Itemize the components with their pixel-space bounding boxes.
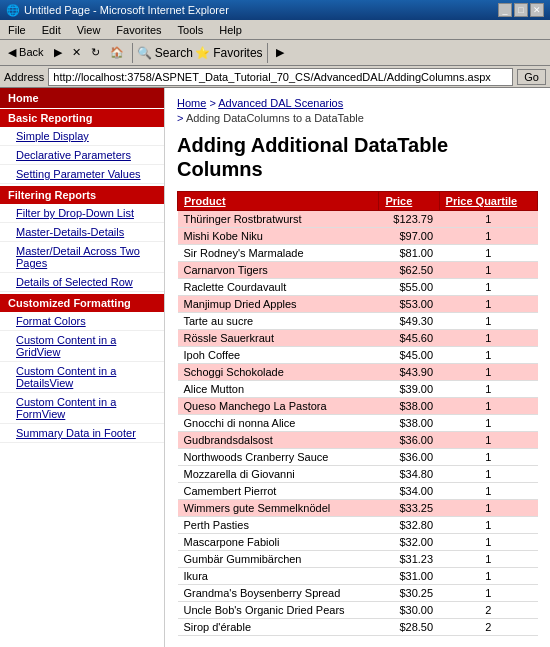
cell-product: Rössle Sauerkraut xyxy=(178,329,379,346)
cell-product: Gudbrandsdalsost xyxy=(178,431,379,448)
cell-product: Schoggi Schokolade xyxy=(178,363,379,380)
cell-product: Ikura xyxy=(178,567,379,584)
table-row: Ikura$31.001 xyxy=(178,567,538,584)
table-row: Raclette Courdavault$55.001 xyxy=(178,278,538,295)
cell-price: $31.23 xyxy=(379,550,439,567)
breadcrumb-section[interactable]: Advanced DAL Scenarios xyxy=(218,97,343,109)
table-row: Sirop d'érable$28.502 xyxy=(178,618,538,635)
sidebar-home[interactable]: Home xyxy=(0,88,164,108)
sidebar-section-customized-formatting: Customized Formatting xyxy=(0,294,164,312)
cell-price: $32.80 xyxy=(379,516,439,533)
cell-quartile: 1 xyxy=(439,584,537,601)
table-row: Northwoods Cranberry Sauce$36.001 xyxy=(178,448,538,465)
sidebar-item-master-details[interactable]: Master-Details-Details xyxy=(0,223,164,242)
menu-file[interactable]: File xyxy=(4,23,30,37)
cell-price: $55.00 xyxy=(379,278,439,295)
table-row: Schoggi Schokolade$43.901 xyxy=(178,363,538,380)
cell-price: $45.00 xyxy=(379,346,439,363)
cell-quartile: 2 xyxy=(439,601,537,618)
table-row: Thüringer Rostbratwurst$123.791 xyxy=(178,210,538,227)
table-row: Wimmers gute Semmelknödel$33.251 xyxy=(178,499,538,516)
cell-price: $97.00 xyxy=(379,227,439,244)
close-button[interactable]: ✕ xyxy=(530,3,544,17)
address-input[interactable] xyxy=(48,68,513,86)
menu-tools[interactable]: Tools xyxy=(174,23,208,37)
cell-price: $123.79 xyxy=(379,210,439,227)
cell-product: Perth Pasties xyxy=(178,516,379,533)
table-row: Camembert Pierrot$34.001 xyxy=(178,482,538,499)
menu-favorites[interactable]: Favorites xyxy=(112,23,165,37)
back-button[interactable]: ◀ Back xyxy=(4,44,48,61)
cell-product: Ipoh Coffee xyxy=(178,346,379,363)
cell-price: $45.60 xyxy=(379,329,439,346)
cell-price: $38.00 xyxy=(379,414,439,431)
sidebar-item-simple-display[interactable]: Simple Display xyxy=(0,127,164,146)
separator-2 xyxy=(267,43,268,63)
cell-quartile: 1 xyxy=(439,295,537,312)
sidebar-item-declarative-parameters[interactable]: Declarative Parameters xyxy=(0,146,164,165)
sidebar: Home Basic Reporting Simple Display Decl… xyxy=(0,88,165,647)
content-area: Home > Advanced DAL Scenarios > Adding D… xyxy=(165,88,550,647)
cell-quartile: 1 xyxy=(439,499,537,516)
sidebar-item-setting-parameter-values[interactable]: Setting Parameter Values xyxy=(0,165,164,184)
sidebar-item-filter-by-dropdown[interactable]: Filter by Drop-Down List xyxy=(0,204,164,223)
forward-button[interactable]: ▶ xyxy=(50,44,66,61)
cell-price: $43.90 xyxy=(379,363,439,380)
col-header-product[interactable]: Product xyxy=(178,191,379,210)
sidebar-item-details-selected-row[interactable]: Details of Selected Row xyxy=(0,273,164,292)
cell-quartile: 1 xyxy=(439,329,537,346)
table-row: Mascarpone Fabioli$32.001 xyxy=(178,533,538,550)
sidebar-item-custom-content-detailsview[interactable]: Custom Content in a DetailsView xyxy=(0,362,164,393)
table-row: Grandma's Boysenberry Spread$30.251 xyxy=(178,584,538,601)
cell-price: $38.00 xyxy=(379,397,439,414)
window-title: Untitled Page - Microsoft Internet Explo… xyxy=(24,4,229,16)
separator-1 xyxy=(132,43,133,63)
minimize-button[interactable]: _ xyxy=(498,3,512,17)
menu-edit[interactable]: Edit xyxy=(38,23,65,37)
col-header-quartile[interactable]: Price Quartile xyxy=(439,191,537,210)
menu-bar: File Edit View Favorites Tools Help xyxy=(0,20,550,40)
cell-quartile: 1 xyxy=(439,431,537,448)
sidebar-item-custom-content-gridview[interactable]: Custom Content in a GridView xyxy=(0,331,164,362)
cell-price: $34.80 xyxy=(379,465,439,482)
cell-price: $53.00 xyxy=(379,295,439,312)
cell-price: $34.00 xyxy=(379,482,439,499)
cell-price: $31.00 xyxy=(379,567,439,584)
cell-product: Queso Manchego La Pastora xyxy=(178,397,379,414)
maximize-button[interactable]: □ xyxy=(514,3,528,17)
cell-product: Wimmers gute Semmelknödel xyxy=(178,499,379,516)
cell-price: $32.00 xyxy=(379,533,439,550)
menu-help[interactable]: Help xyxy=(215,23,246,37)
title-bar: 🌐 Untitled Page - Microsoft Internet Exp… xyxy=(0,0,550,20)
refresh-button[interactable]: ↻ xyxy=(87,44,104,61)
cell-quartile: 1 xyxy=(439,380,537,397)
menu-view[interactable]: View xyxy=(73,23,105,37)
table-row: Tarte au sucre$49.301 xyxy=(178,312,538,329)
table-row: Mishi Kobe Niku$97.001 xyxy=(178,227,538,244)
cell-price: $30.00 xyxy=(379,601,439,618)
cell-quartile: 1 xyxy=(439,533,537,550)
table-row: Gumbär Gummibärchen$31.231 xyxy=(178,550,538,567)
cell-product: Carnarvon Tigers xyxy=(178,261,379,278)
cell-price: $33.25 xyxy=(379,499,439,516)
cell-quartile: 1 xyxy=(439,550,537,567)
cell-product: Alice Mutton xyxy=(178,380,379,397)
col-header-price[interactable]: Price xyxy=(379,191,439,210)
main-content: Home Basic Reporting Simple Display Decl… xyxy=(0,88,550,647)
sidebar-item-custom-content-formview[interactable]: Custom Content in a FormView xyxy=(0,393,164,424)
title-bar-controls[interactable]: _ □ ✕ xyxy=(498,3,544,17)
media-button[interactable]: ▶ xyxy=(272,44,288,61)
go-button[interactable]: Go xyxy=(517,69,546,85)
sidebar-item-master-detail-across[interactable]: Master/Detail Across Two Pages xyxy=(0,242,164,273)
sidebar-item-format-colors[interactable]: Format Colors xyxy=(0,312,164,331)
cell-product: Camembert Pierrot xyxy=(178,482,379,499)
sidebar-item-summary-data[interactable]: Summary Data in Footer xyxy=(0,424,164,443)
cell-price: $36.00 xyxy=(379,448,439,465)
page-title: Adding Additional DataTable Columns xyxy=(177,133,538,181)
cell-quartile: 1 xyxy=(439,567,537,584)
cell-product: Manjimup Dried Apples xyxy=(178,295,379,312)
stop-button[interactable]: ✕ xyxy=(68,44,85,61)
home-button[interactable]: 🏠 xyxy=(106,44,128,61)
breadcrumb-home[interactable]: Home xyxy=(177,97,206,109)
table-row: Sir Rodney's Marmalade$81.001 xyxy=(178,244,538,261)
